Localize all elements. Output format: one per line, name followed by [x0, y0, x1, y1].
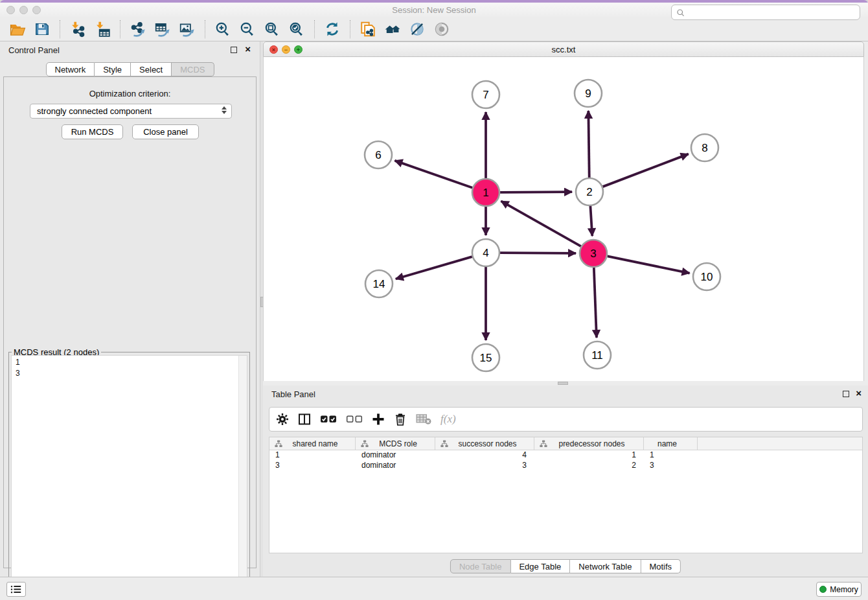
control-panel-tabs: NetworkStyleSelectMCDS: [45, 62, 214, 76]
visual-style-button[interactable]: [406, 19, 428, 39]
add-column-button[interactable]: [372, 411, 385, 428]
tree-icon: [440, 440, 448, 448]
graphics-details-button[interactable]: [431, 19, 453, 39]
graph-edge-1-2[interactable]: [500, 192, 572, 192]
graph-edge-3-11[interactable]: [594, 268, 597, 338]
table-panel-title: Table Panel: [271, 389, 315, 399]
table-row[interactable]: 1dominator411: [269, 450, 862, 461]
run-mcds-button[interactable]: Run MCDS: [62, 124, 123, 139]
zoom-out-icon: [239, 21, 256, 38]
zoom-in-icon: [214, 21, 231, 38]
graph-node-label: 4: [483, 247, 488, 259]
mcds-result-area[interactable]: 1 3: [11, 355, 247, 595]
import-table-button[interactable]: [91, 19, 113, 39]
graph-edge-1-6[interactable]: [394, 161, 472, 188]
list-icon: [10, 584, 22, 594]
column-header-predecessor-nodes[interactable]: predecessor nodes: [534, 437, 644, 450]
graph-node-label: 9: [585, 87, 591, 100]
criterion-select[interactable]: strongly connected component: [30, 104, 232, 119]
clone-network-icon: [360, 21, 376, 38]
tab-network[interactable]: Network: [45, 62, 95, 76]
memory-status-icon: [819, 586, 827, 593]
export-table-button[interactable]: [152, 19, 174, 39]
toolbar-separator: [120, 20, 120, 38]
select-all-columns-button[interactable]: [320, 411, 337, 428]
network-overview-button[interactable]: [382, 19, 404, 39]
graph-node-label: 1: [483, 187, 488, 199]
table-cell[interactable]: 1: [269, 450, 356, 461]
apply-layout-button[interactable]: [321, 19, 343, 39]
table-row[interactable]: 3dominator323: [269, 461, 862, 471]
float-panel-icon[interactable]: [843, 391, 849, 397]
delete-columns-button[interactable]: [394, 411, 407, 428]
unselect-all-columns-button[interactable]: [346, 411, 363, 428]
delete-table-button: [416, 411, 431, 428]
search-box[interactable]: [671, 5, 860, 20]
save-session-button[interactable]: [31, 19, 53, 39]
float-panel-icon[interactable]: [231, 47, 237, 53]
table-cell[interactable]: 3: [269, 461, 356, 471]
close-panel-button[interactable]: Close panel: [132, 124, 199, 139]
memory-label: Memory: [830, 585, 858, 594]
zoom-fit-button[interactable]: [261, 19, 283, 39]
close-panel-icon[interactable]: ×: [856, 387, 862, 398]
export-image-button[interactable]: [176, 19, 198, 39]
zoom-selected-button[interactable]: [286, 19, 308, 39]
table-cell[interactable]: 1: [644, 450, 698, 461]
tab-motifs[interactable]: Motifs: [641, 559, 681, 573]
graph-edge-3-10[interactable]: [608, 256, 690, 273]
open-session-icon: [9, 21, 26, 38]
task-history-button[interactable]: [6, 582, 26, 597]
result-scrollbar[interactable]: [238, 356, 247, 595]
column-header-shared-name[interactable]: shared name: [269, 437, 356, 450]
tab-network-table[interactable]: Network Table: [570, 559, 641, 573]
tab-mcds[interactable]: MCDS: [172, 62, 214, 76]
column-header-name[interactable]: name: [644, 437, 698, 450]
import-network-button[interactable]: [67, 19, 89, 39]
graph-edge-4-3[interactable]: [500, 253, 576, 253]
tab-style[interactable]: Style: [95, 62, 131, 76]
format-columns-button[interactable]: [298, 411, 311, 428]
splitter-handle[interactable]: [558, 382, 568, 385]
status-bar: Memory: [0, 577, 868, 600]
table-cell[interactable]: 3: [435, 461, 534, 471]
table-cell[interactable]: dominator: [356, 450, 435, 461]
clone-network-button[interactable]: [357, 19, 379, 39]
export-network-button[interactable]: [127, 19, 149, 39]
graph-edge-3-1[interactable]: [501, 201, 580, 246]
search-input[interactable]: [688, 8, 856, 17]
zoom-in-button[interactable]: [212, 19, 234, 39]
tab-node-table[interactable]: Node Table: [450, 559, 511, 573]
column-header-label: name: [646, 439, 694, 448]
network-window-title: scc.txt: [264, 45, 863, 54]
column-header-successor-nodes[interactable]: successor nodes: [435, 437, 534, 450]
memory-button[interactable]: Memory: [816, 582, 862, 597]
graph-node-label: 8: [702, 142, 707, 154]
table-cell[interactable]: 2: [534, 461, 644, 471]
control-panel: Control Panel × NetworkStyleSelectMCDS O…: [0, 41, 260, 577]
open-session-button[interactable]: [6, 19, 29, 39]
table-cell[interactable]: 4: [435, 450, 534, 461]
graph-edge-4-14[interactable]: [396, 257, 472, 279]
graph-edge-2-3[interactable]: [590, 206, 592, 236]
export-network-icon: [130, 21, 146, 38]
graph-edge-2-8[interactable]: [603, 154, 689, 187]
column-header-label: predecessor nodes: [549, 439, 641, 448]
table-settings-button[interactable]: [276, 411, 289, 428]
table-cell[interactable]: 3: [644, 461, 698, 471]
graph-node-label: 15: [480, 352, 492, 364]
zoom-out-button[interactable]: [236, 19, 258, 39]
tab-edge-table[interactable]: Edge Table: [510, 559, 570, 573]
visual-style-icon: [409, 21, 426, 38]
node-table: shared nameMCDS rolesuccessor nodesprede…: [269, 437, 863, 553]
horizontal-splitter[interactable]: [263, 381, 864, 386]
close-panel-icon[interactable]: ×: [245, 43, 251, 54]
column-header-mcds-role[interactable]: MCDS role: [356, 437, 435, 450]
select-all-columns-icon: [320, 413, 337, 426]
graph-edge-2-9[interactable]: [588, 111, 589, 178]
table-cell[interactable]: dominator: [356, 461, 435, 471]
column-header-label: successor nodes: [450, 439, 531, 448]
tab-select[interactable]: Select: [131, 62, 172, 76]
table-cell[interactable]: 1: [534, 450, 644, 461]
network-canvas[interactable]: 1234678910111415: [263, 57, 864, 381]
